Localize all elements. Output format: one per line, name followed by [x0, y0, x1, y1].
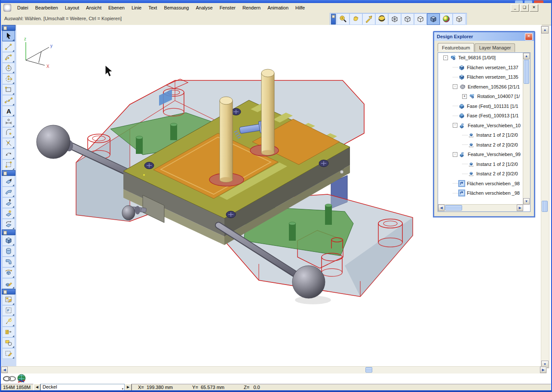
tree-item[interactable]: Flächen verschieben _98: [438, 188, 523, 198]
pan-tool[interactable]: [350, 13, 362, 25]
menu-bearbeiten[interactable]: Bearbeiten: [32, 4, 61, 12]
select-region-tool[interactable]: [2, 159, 15, 170]
tree-item[interactable]: Instanz 2 of 2 [0/2/0: [438, 169, 523, 179]
zoom-tool[interactable]: [337, 13, 350, 25]
arc-tool[interactable]: [2, 52, 15, 63]
menu-rendern[interactable]: Rendern: [239, 4, 264, 12]
tree-scroll-down-icon[interactable]: ▼: [523, 198, 530, 205]
magic-face-tool[interactable]: [2, 208, 15, 219]
tree-scroll-right-icon[interactable]: ▶: [517, 205, 523, 211]
raise-face-tool[interactable]: [2, 197, 15, 208]
annotate-tool[interactable]: [2, 348, 15, 359]
offset-tool[interactable]: [2, 149, 15, 159]
push-face-tool[interactable]: [2, 176, 15, 187]
revolve-solid-tool[interactable]: [2, 267, 15, 278]
rotate-face-tool[interactable]: [2, 219, 15, 230]
menu-hilfe[interactable]: Hilfe: [292, 4, 308, 12]
hidden-line-mode[interactable]: [401, 13, 414, 25]
tree-scroll-thumb[interactable]: [524, 60, 529, 84]
minimize-button[interactable]: _: [511, 4, 519, 12]
viewport-scroll-right-icon[interactable]: ▶: [540, 367, 546, 373]
app-icon[interactable]: [3, 4, 11, 12]
guide-post-right[interactable]: [261, 69, 274, 155]
tree-item[interactable]: -Feature_Verschieben_10: [438, 121, 523, 131]
toolbar-section-handle[interactable]: [2, 230, 15, 235]
tree-horizontal-scrollbar[interactable]: ◀ ▶: [438, 204, 523, 211]
pipe-solid-tool[interactable]: [2, 257, 15, 267]
dimension-tool[interactable]: [2, 116, 15, 127]
tree-item[interactable]: -Teil_96816 [1/0/0]: [438, 53, 523, 63]
rectangle-tool[interactable]: [2, 84, 15, 95]
tree-item[interactable]: Flächen versetzen_1137: [438, 63, 523, 73]
perspective-mode[interactable]: [453, 13, 466, 25]
cylinder-solid-tool[interactable]: [2, 246, 15, 257]
menu-analyse[interactable]: Analyse: [192, 4, 216, 12]
loft-face-tool[interactable]: [2, 187, 15, 197]
sweep-solid-tool[interactable]: [2, 278, 15, 289]
toolbar-drag-handle[interactable]: [331, 14, 336, 24]
wireframe-mode[interactable]: [388, 13, 401, 25]
box-solid-tool[interactable]: [2, 235, 15, 246]
tree-expander-icon[interactable]: -: [443, 55, 448, 60]
tree-vertical-scrollbar[interactable]: ▲ ▼: [523, 53, 530, 205]
design-explorer-close-button[interactable]: ✕: [525, 33, 533, 40]
measure-tool[interactable]: [2, 316, 15, 327]
viewport-hscroll-thumb[interactable]: [365, 367, 372, 373]
guide-post-left[interactable]: [220, 97, 233, 182]
tree-item[interactable]: Flächen versetzen_1135: [438, 72, 523, 82]
line-tool[interactable]: [2, 41, 15, 52]
tree-item[interactable]: Instanz 1 of 2 [1/2/0: [438, 159, 523, 169]
toolbar-section-handle[interactable]: [2, 170, 15, 176]
tree-expander-icon[interactable]: -: [453, 152, 457, 157]
tree-expander-icon[interactable]: -: [453, 84, 457, 89]
tree-item[interactable]: Fase (Fest)_101131 [1/1: [438, 101, 523, 111]
left-toolbar-drag-handle[interactable]: [2, 25, 15, 31]
section-tool[interactable]: [2, 327, 15, 337]
circle-tool[interactable]: [2, 63, 15, 74]
menu-text[interactable]: Text: [145, 4, 160, 12]
select-tool[interactable]: [2, 31, 15, 41]
menu-ansicht[interactable]: Ansicht: [83, 4, 105, 12]
shapes-tool[interactable]: [2, 337, 15, 348]
tab-layer-manager[interactable]: Layer Manager: [475, 43, 515, 52]
tree-expander-icon[interactable]: -: [453, 123, 457, 128]
menu-fenster[interactable]: Fenster: [216, 4, 239, 12]
viewport-vertical-scrollbar[interactable]: ▲ ▼: [541, 26, 549, 368]
tree-expander-icon[interactable]: +: [462, 94, 467, 99]
orbit-tool[interactable]: [375, 13, 388, 25]
toolbar-section-handle[interactable]: [2, 289, 15, 294]
sheet-next-button[interactable]: ▶: [125, 384, 132, 391]
menu-animation[interactable]: Animation: [264, 4, 292, 12]
design-explorer-titlebar[interactable]: Design Explorer ✕: [434, 32, 534, 41]
sheet-prev-button[interactable]: ◀: [34, 384, 40, 391]
sheet-selector[interactable]: Deckel ▾: [40, 384, 125, 391]
restore-button[interactable]: ❏: [520, 4, 529, 12]
spline-tool[interactable]: [2, 95, 15, 106]
dowel-pin[interactable]: [340, 170, 343, 174]
viewport-scroll-up-icon[interactable]: ▲: [541, 26, 549, 34]
menu-bemassung[interactable]: Bemassung: [160, 4, 192, 12]
tree-item[interactable]: -Entfernen_105266 [2/1/1: [438, 82, 523, 92]
tree-item[interactable]: Flächen verschieben _98: [438, 179, 523, 189]
tree-scroll-left-icon[interactable]: ◀: [438, 205, 445, 211]
viewport-vscroll-thumb[interactable]: [542, 201, 548, 212]
tree-item[interactable]: -Feature_Verschieben_99: [438, 150, 523, 159]
close-button[interactable]: ✕: [530, 4, 538, 12]
tree-item[interactable]: Instanz 1 of 2 [1/2/0: [438, 130, 523, 140]
tree-item[interactable]: Instanz 2 of 2 [0/2/0: [438, 140, 523, 150]
ellipse-tool[interactable]: [2, 74, 15, 84]
tree-item[interactable]: Fase (Fest)_100913 [1/1: [438, 111, 523, 121]
visible-line-mode[interactable]: [414, 13, 427, 25]
render-mode[interactable]: [440, 13, 453, 25]
tree-item[interactable]: +Rotation_104007 [1/: [438, 92, 523, 101]
menu-layout[interactable]: Layout: [61, 4, 83, 12]
link-icon[interactable]: [3, 377, 15, 381]
tree-scroll-up-icon[interactable]: ▲: [523, 53, 530, 59]
zoom-window-tool[interactable]: [362, 13, 375, 25]
detail-region-tool[interactable]: [2, 305, 15, 316]
tab-featurebaum[interactable]: Featurebaum: [438, 43, 474, 52]
globe-icon[interactable]: [18, 374, 25, 382]
menu-linie[interactable]: Linie: [128, 4, 145, 12]
fillet-tool[interactable]: [2, 127, 15, 138]
viewport-scroll-left-icon[interactable]: ◀: [1, 367, 8, 373]
